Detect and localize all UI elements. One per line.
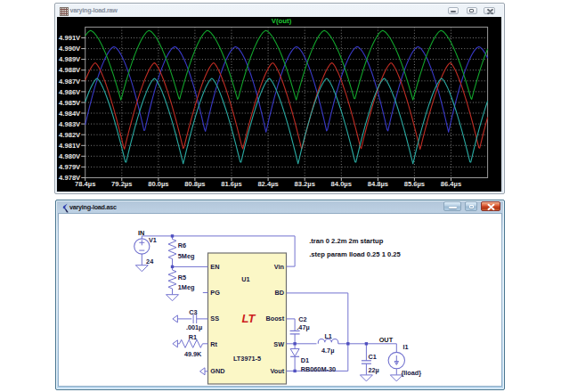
svg-text:{Iload}: {Iload} [401,369,421,377]
svg-text:IN: IN [138,228,144,236]
svg-text:4.983V: 4.983V [59,120,81,128]
svg-text:4.7µ: 4.7µ [321,347,334,355]
svg-text:.47µ: .47µ [297,323,309,331]
svg-text:Vin: Vin [273,262,283,270]
svg-text:D1: D1 [300,356,308,364]
svg-text:85.6µs: 85.6µs [404,180,425,188]
svg-text:49.9K: 49.9K [183,350,201,358]
svg-text:OUT: OUT [378,336,393,344]
svg-text:4.987V: 4.987V [59,78,81,86]
svg-text:1Meg: 1Meg [177,283,194,291]
svg-text:4.980V: 4.980V [59,152,81,160]
svg-text:R5: R5 [177,274,185,282]
svg-text:EN: EN [210,262,219,270]
svg-text:C3: C3 [189,307,197,315]
svg-text:4.988V: 4.988V [59,66,81,74]
svg-text:80.8µs: 80.8µs [184,180,205,188]
svg-text:Rt: Rt [210,339,217,347]
svg-text:L1: L1 [324,331,332,339]
svg-text:LT: LT [241,312,256,325]
svg-text:4.990V: 4.990V [59,45,81,53]
svg-text:79.2µs: 79.2µs [111,180,132,188]
svg-text:BD: BD [274,289,284,297]
svg-text:PG: PG [210,289,220,297]
svg-text:80.0µs: 80.0µs [148,180,168,188]
svg-text:4.989V: 4.989V [59,55,81,63]
svg-text:GND: GND [210,367,224,375]
svg-text:.tran 0 2.2m 2m startup: .tran 0 2.2m 2m startup [309,237,383,245]
svg-text:C1: C1 [368,352,376,360]
svg-text:86.4µs: 86.4µs [441,180,461,188]
svg-text:R6: R6 [177,241,185,249]
svg-text:.step param Iload 0.25 1 0.25: .step param Iload 0.25 1 0.25 [309,249,401,257]
svg-text:84.0µs: 84.0µs [331,180,352,188]
svg-text:SW: SW [273,339,284,347]
svg-text:5Meg: 5Meg [177,252,194,260]
svg-text:83.2µs: 83.2µs [295,180,315,188]
svg-text:V(out): V(out) [272,17,292,25]
svg-text:LT3971-5: LT3971-5 [232,354,260,362]
svg-text:4.979V: 4.979V [59,163,81,171]
svg-text:V1: V1 [148,235,156,243]
svg-text:R1: R1 [188,333,196,341]
svg-text:4.985V: 4.985V [59,99,81,107]
svg-text:4.991V: 4.991V [59,34,81,42]
svg-text:C2: C2 [298,315,306,323]
svg-text:24: 24 [146,257,154,265]
svg-text:U1: U1 [241,274,249,282]
svg-text:RB060M-30: RB060M-30 [300,364,335,372]
svg-text:Boost: Boost [265,314,284,323]
svg-text:4.986V: 4.986V [59,88,81,96]
svg-text:78.4µs: 78.4µs [75,180,95,188]
svg-text:.001µ: .001µ [185,323,201,331]
svg-text:4.982V: 4.982V [59,131,81,139]
svg-text:82.4µs: 82.4µs [257,180,278,188]
svg-text:I1: I1 [402,343,408,351]
svg-text:Vout: Vout [270,367,284,375]
svg-text:84.8µs: 84.8µs [368,180,388,188]
svg-text:SS: SS [210,314,219,323]
svg-text:22µ: 22µ [368,366,378,374]
svg-text:4.981V: 4.981V [59,142,81,150]
svg-text:81.6µs: 81.6µs [221,180,241,188]
svg-text:4.984V: 4.984V [59,110,81,118]
